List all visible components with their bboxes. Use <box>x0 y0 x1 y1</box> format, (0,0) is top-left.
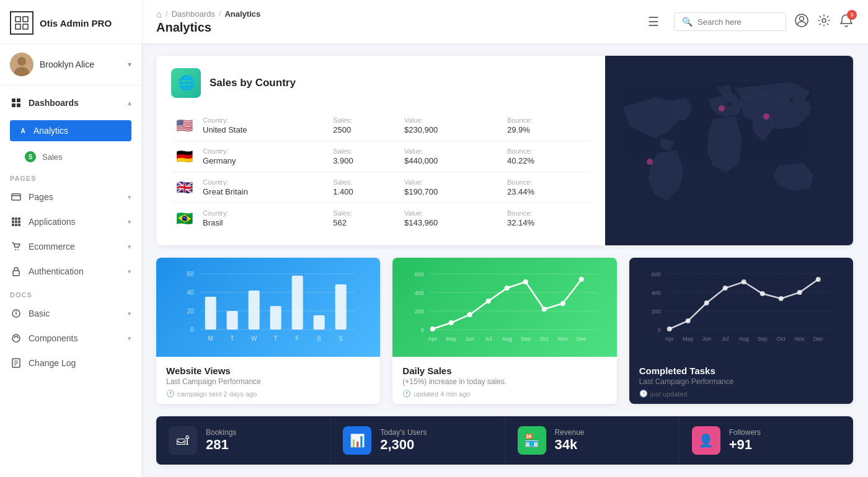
main-content: ⌂ / Dashboards / Analytics Analytics ☰ 🔍 <box>141 0 868 477</box>
sidebar-user[interactable]: Brooklyn Alice ▾ <box>0 44 141 85</box>
pages-section-label: PAGES <box>0 167 141 185</box>
svg-point-22 <box>17 249 19 250</box>
stat-label-0: Bookings <box>206 428 236 437</box>
stat-value-3: +91 <box>729 437 761 453</box>
notification-badge: 9 <box>847 10 857 20</box>
sales-card-title: Sales by Country <box>210 77 296 89</box>
changelog-icon <box>10 357 22 369</box>
svg-text:Nov: Nov <box>558 336 569 342</box>
chevron-up-icon: ▴ <box>128 99 131 107</box>
pages-icon <box>10 191 22 203</box>
stat-label-1: Today's Users <box>380 428 427 437</box>
page-title: Analytics <box>156 20 638 35</box>
sidebar-item-pages[interactable]: Pages ▾ <box>0 185 141 209</box>
svg-rect-11 <box>12 194 20 200</box>
basic-label: Basic <box>29 309 122 318</box>
stat-icon-0: 🛋 <box>169 426 197 455</box>
stat-icon-2: 🏪 <box>518 426 546 455</box>
svg-rect-7 <box>12 98 16 102</box>
sidebar-item-changelog[interactable]: Change Log <box>0 351 141 375</box>
home-icon[interactable]: ⌂ <box>156 9 162 19</box>
svg-text:200: 200 <box>651 309 660 315</box>
sidebar-item-authentication[interactable]: Authentication ▾ <box>0 259 141 284</box>
svg-rect-19 <box>15 224 17 226</box>
sidebar-item-analytics[interactable]: A Analytics <box>0 115 141 146</box>
svg-text:Apr: Apr <box>665 336 673 342</box>
sales-table-section: 🌐 Sales by Country 🇺🇸 Country: United St… <box>156 56 605 245</box>
svg-text:Jun: Jun <box>702 336 711 342</box>
sidebar-item-components[interactable]: Components ▾ <box>0 326 141 351</box>
table-row: 🇧🇷 Country: Brasil Sales: 562 Value: $14… <box>171 203 590 234</box>
sidebar-item-basic[interactable]: Basic ▾ <box>0 301 141 326</box>
svg-point-104 <box>815 277 820 282</box>
svg-point-77 <box>560 301 565 306</box>
chevron-down-icon: ▾ <box>128 60 131 69</box>
sidebar-item-ecommerce[interactable]: Ecommerce ▾ <box>0 234 141 259</box>
website-views-chart-area: 60 40 20 0 M T <box>156 258 380 357</box>
search-input[interactable] <box>698 17 778 27</box>
svg-text:Jul: Jul <box>722 336 729 342</box>
svg-text:400: 400 <box>415 290 424 296</box>
svg-rect-10 <box>17 103 20 107</box>
svg-point-75 <box>523 279 528 284</box>
svg-point-35 <box>647 159 653 165</box>
svg-rect-15 <box>12 221 14 223</box>
svg-point-27 <box>12 335 20 342</box>
stat-icon-1: 📊 <box>343 426 371 455</box>
completed-tasks-subtitle: Last Campaign Performance <box>639 377 843 386</box>
svg-point-5 <box>17 57 26 66</box>
sidebar-item-sales[interactable]: S Sales <box>0 146 141 167</box>
website-views-chart: 60 40 20 0 M T <box>166 268 370 354</box>
svg-rect-53 <box>314 315 325 330</box>
sidebar-item-applications[interactable]: Applications ▾ <box>0 209 141 234</box>
svg-text:0: 0 <box>657 327 660 333</box>
svg-point-36 <box>719 105 725 112</box>
country-table: 🇺🇸 Country: United State Sales: 2500 Val… <box>171 110 590 234</box>
menu-icon[interactable]: ☰ <box>648 14 659 29</box>
completed-tasks-title: Completed Tasks <box>639 365 843 376</box>
svg-rect-18 <box>12 224 14 226</box>
sidebar-logo: Otis Admin PRO <box>0 0 141 44</box>
stat-icon-3: 👤 <box>692 426 720 455</box>
daily-sales-chart: 600 400 200 0 <box>402 268 606 354</box>
svg-text:M: M <box>208 335 213 342</box>
breadcrumb-dashboards[interactable]: Dashboards <box>172 9 215 19</box>
sidebar-item-dashboards[interactable]: Dashboards ▴ <box>0 90 141 115</box>
clock-icon-views: 🕐 <box>166 390 175 398</box>
svg-point-76 <box>542 307 547 312</box>
chevron-down-auth-icon: ▾ <box>128 268 131 276</box>
completed-tasks-chart: 600 400 200 0 Apr <box>639 268 843 354</box>
svg-text:Oct: Oct <box>776 336 786 342</box>
ecommerce-label: Ecommerce <box>29 242 122 252</box>
svg-rect-8 <box>17 98 20 102</box>
daily-sales-footer: 🕐 updated 4 min ago <box>402 390 606 398</box>
website-views-title: Website Views <box>166 365 370 376</box>
svg-point-99 <box>722 286 727 291</box>
chevron-down-app-icon: ▾ <box>128 218 131 226</box>
svg-text:0: 0 <box>190 326 194 333</box>
header-right: 🔍 9 <box>674 12 853 31</box>
stat-label-2: Revenue <box>555 428 585 437</box>
svg-text:Nov: Nov <box>794 336 805 342</box>
svg-rect-49 <box>227 311 238 330</box>
settings-icon[interactable] <box>817 14 831 30</box>
breadcrumb-analytics: Analytics <box>224 9 260 19</box>
search-box[interactable]: 🔍 <box>674 12 786 31</box>
stats-row: 🛋 Bookings 281 📊 Today's Users 2,300 🏪 R… <box>156 416 853 465</box>
table-row: 🇺🇸 Country: United State Sales: 2500 Val… <box>171 110 590 141</box>
ecommerce-icon <box>10 240 22 253</box>
svg-rect-3 <box>23 24 28 29</box>
svg-text:S: S <box>317 335 321 342</box>
authentication-label: Authentication <box>29 266 122 276</box>
svg-point-103 <box>797 290 802 295</box>
svg-point-37 <box>727 102 731 106</box>
table-row: 🇩🇪 Country: Germany Sales: 3.900 Value: … <box>171 141 590 172</box>
stat-value-2: 34k <box>555 437 585 453</box>
charts-row: 60 40 20 0 M T <box>156 258 853 404</box>
notifications-icon[interactable]: 9 <box>839 14 853 30</box>
sales-by-country-card: 🌐 Sales by Country 🇺🇸 Country: United St… <box>156 56 853 245</box>
user-profile-icon[interactable] <box>795 14 808 30</box>
daily-sales-footer-text: updated 4 min ago <box>414 390 470 398</box>
changelog-label: Change Log <box>29 358 131 368</box>
sales-card-header: 🌐 Sales by Country <box>171 68 590 98</box>
